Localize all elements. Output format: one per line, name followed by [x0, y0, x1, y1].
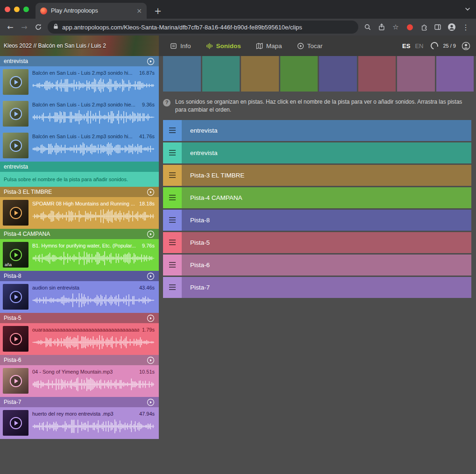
lock-icon[interactable]	[53, 23, 58, 31]
clip-play-icon[interactable]	[10, 108, 22, 120]
audio-clip[interactable]: 04 - Song of Yimeng Mountain.mp310.51s	[0, 365, 159, 397]
clip-thumbnail[interactable]	[3, 200, 28, 226]
clip-thumbnail[interactable]	[3, 410, 28, 436]
page-content: entrevistaBalcón en San Luis - Luis 2.mp…	[0, 56, 476, 474]
track-name-button[interactable]: Pista-6	[182, 255, 471, 276]
clip-play-icon[interactable]	[10, 375, 22, 387]
minimize-window-button[interactable]	[14, 7, 20, 12]
clip-play-icon[interactable]	[10, 140, 22, 152]
clip-thumbnail[interactable]	[3, 133, 28, 158]
audio-clip[interactable]: huerto del rey moro entrevista .mp347.94…	[0, 407, 159, 439]
tab-info[interactable]: Info	[170, 42, 191, 50]
forward-button[interactable]: →	[18, 21, 31, 34]
track-section-header[interactable]: Pista-5	[0, 313, 159, 323]
back-button[interactable]: ←	[4, 21, 17, 34]
clip-thumbnail[interactable]: aña	[3, 242, 28, 268]
audio-clip[interactable]: Balcón en San Luis - Luis 2.mp3 sonido h…	[0, 130, 159, 162]
clip-duration: 9.36s	[142, 101, 155, 108]
track-section-header[interactable]: Pista-3 EL TIMBRE	[0, 187, 159, 197]
track-name-button[interactable]: Pista-5	[182, 232, 471, 253]
clip-play-icon[interactable]	[10, 76, 22, 88]
address-bar[interactable]: app.antropoloops.com/Kleos-Santa-Marina/…	[48, 21, 358, 34]
track-name-button[interactable]: entrevista	[182, 120, 471, 141]
fullscreen-window-button[interactable]	[23, 7, 29, 12]
clip-play-icon[interactable]	[10, 291, 22, 303]
zoom-icon[interactable]	[361, 21, 374, 34]
clip-play-icon[interactable]	[10, 333, 22, 345]
audio-clip[interactable]: Balcón en San Luis - Luis 2.mp3 sonido h…	[0, 66, 159, 98]
extensions-puzzle-icon[interactable]	[417, 21, 430, 34]
track-swatch[interactable]	[436, 56, 474, 92]
track-drag-handle[interactable]	[163, 142, 182, 163]
section-play-button[interactable]	[147, 188, 155, 196]
side-panel-icon[interactable]	[431, 21, 444, 34]
close-window-button[interactable]	[5, 7, 10, 12]
section-play-button[interactable]	[147, 356, 155, 364]
section-play-button[interactable]	[147, 272, 155, 280]
track-drag-handle[interactable]	[163, 232, 182, 253]
track-section-header[interactable]: entrevista	[0, 162, 159, 172]
track-name-button[interactable]: Pista-7	[182, 277, 471, 298]
tab-sonidos[interactable]: Sonidos	[206, 42, 241, 50]
lang-es-button[interactable]: ES	[402, 42, 410, 50]
tab-close-icon[interactable]: ×	[136, 7, 142, 14]
clip-play-icon[interactable]	[10, 417, 22, 429]
browser-tab[interactable]: Play Antropoloops ×	[36, 3, 147, 19]
track-drag-handle[interactable]	[163, 277, 182, 298]
clip-thumbnail[interactable]	[3, 69, 28, 95]
track-swatch[interactable]	[319, 56, 357, 92]
tab-mapa[interactable]: Mapa	[256, 42, 282, 50]
bookmark-star-icon[interactable]: ☆	[389, 21, 402, 34]
track-swatch[interactable]	[241, 56, 279, 92]
record-extension-icon[interactable]	[403, 21, 416, 34]
audio-clip[interactable]: Balcón en San Luis - Luis 2.mp3 sonido h…	[0, 98, 159, 130]
tab-list-chevron-icon[interactable]	[465, 5, 470, 13]
breadcrumb[interactable]: Kleos 2022 // Balcón en San Luis / Luis …	[0, 35, 159, 56]
track-section-header[interactable]: Pista-7	[0, 397, 159, 407]
new-tab-button[interactable]: +	[154, 6, 162, 16]
track-name-button[interactable]: Pista-8	[182, 210, 471, 231]
track-section-header[interactable]: Pista-8	[0, 271, 159, 281]
section-play-button[interactable]	[147, 398, 155, 406]
audio-clip[interactable]: audion sin entrevista43.46s	[0, 281, 159, 313]
track-name-button[interactable]: Pista-3 EL TIMBRE	[182, 165, 471, 186]
track-section-header[interactable]: Pista-4 CAMPANA	[0, 229, 159, 239]
clip-thumbnail[interactable]	[3, 284, 28, 310]
browser-menu-icon[interactable]: ⋮	[459, 21, 472, 34]
track-swatch[interactable]	[280, 56, 318, 92]
account-icon[interactable]	[462, 42, 470, 50]
tab-title: Play Antropoloops	[51, 7, 133, 14]
audio-clip[interactable]: añaB1. Hymns for purifying water, Etc. (…	[0, 239, 159, 271]
tab-tocar[interactable]: Tocar	[297, 42, 323, 50]
track-swatch[interactable]	[202, 56, 240, 92]
audio-clip[interactable]: SPOAMR 08 High Mountains and Running ...…	[0, 197, 159, 229]
track-name-button[interactable]: Pista-4 CAMPANA	[182, 187, 471, 208]
track-section-header[interactable]: entrevista	[0, 56, 159, 66]
lang-en-button[interactable]: EN	[415, 42, 423, 50]
section-play-button[interactable]	[147, 314, 155, 322]
clip-thumbnail[interactable]	[3, 368, 28, 394]
profile-avatar[interactable]	[445, 21, 458, 34]
clip-play-icon[interactable]	[10, 207, 22, 219]
browser-titlebar: Play Antropoloops × +	[0, 0, 476, 19]
track-swatch[interactable]	[397, 56, 435, 92]
track-drag-handle[interactable]	[163, 210, 182, 231]
audio-clip[interactable]: ouaraaaaaaaaaaaaaaaaaaaaaaaaaaaaaaaaaaaa…	[0, 323, 159, 355]
track-swatch[interactable]	[163, 56, 201, 92]
section-play-button[interactable]	[147, 57, 155, 65]
track-section-header[interactable]: Pista-6	[0, 355, 159, 365]
track-swatch[interactable]	[358, 56, 396, 92]
clip-thumbnail[interactable]	[3, 101, 28, 127]
share-icon[interactable]	[375, 21, 388, 34]
reload-button[interactable]	[32, 21, 45, 34]
track-drag-handle[interactable]	[163, 120, 182, 141]
track-row: Pista-7	[163, 277, 471, 298]
track-name-button[interactable]: entrevista	[182, 142, 471, 163]
clip-play-icon[interactable]	[10, 249, 22, 261]
track-drag-handle[interactable]	[163, 255, 182, 276]
drag-handle-icon	[169, 219, 176, 220]
track-drag-handle[interactable]	[163, 187, 182, 208]
section-play-button[interactable]	[147, 230, 155, 238]
track-drag-handle[interactable]	[163, 165, 182, 186]
clip-thumbnail[interactable]	[3, 326, 28, 352]
